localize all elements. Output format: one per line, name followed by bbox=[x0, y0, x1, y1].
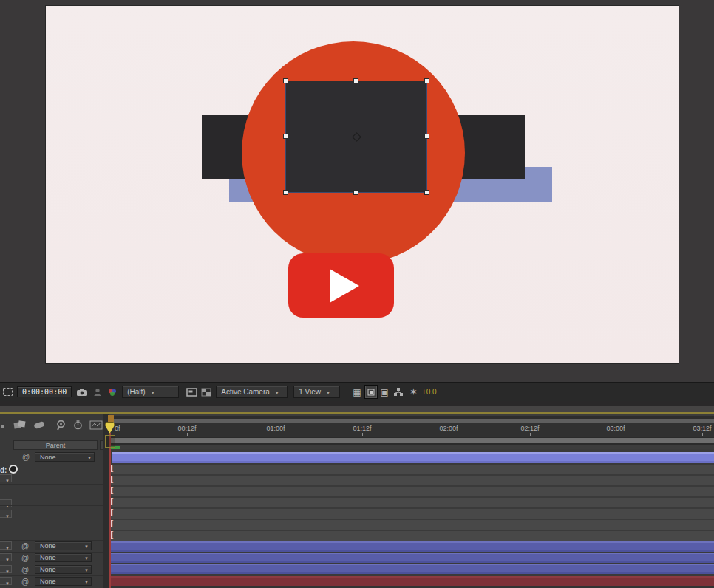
pick-whip-icon[interactable] bbox=[21, 542, 29, 550]
roi-icon[interactable] bbox=[2, 386, 13, 398]
layer1-parent-dropdown[interactable]: None bbox=[35, 452, 95, 462]
timeline-track-area: 0f 00:12f 01:00f 01:12f 02:00f 02:12f 03… bbox=[109, 414, 714, 588]
selection-handle[interactable] bbox=[424, 134, 429, 139]
layer-bar-red[interactable] bbox=[111, 576, 714, 586]
ruler-tick-label: 0f bbox=[115, 425, 120, 432]
property-row[interactable] bbox=[109, 465, 714, 474]
timeline-toggle-buttons bbox=[0, 417, 103, 433]
selected-rectangle-layer[interactable] bbox=[285, 81, 427, 193]
ruler-tick-label: 01:12f bbox=[353, 425, 371, 432]
selection-handle[interactable] bbox=[283, 78, 288, 83]
motion-blur-icon[interactable] bbox=[33, 420, 45, 430]
youtube-play-button[interactable] bbox=[288, 253, 394, 318]
parent-dropdown[interactable]: None bbox=[35, 565, 92, 574]
graph-editor-icon[interactable] bbox=[89, 420, 103, 430]
composition-canvas bbox=[46, 6, 679, 363]
row-separator bbox=[0, 552, 109, 553]
chevron-down-icon bbox=[275, 388, 279, 396]
timecode-display[interactable]: 0:00:00:00 bbox=[17, 386, 72, 397]
chevron-down-icon bbox=[151, 388, 155, 396]
pick-whip-icon[interactable] bbox=[21, 566, 29, 574]
chevron-down-icon bbox=[5, 472, 10, 485]
cropped-dropdown[interactable] bbox=[0, 577, 12, 585]
layer-bar[interactable] bbox=[111, 564, 714, 574]
resolution-dropdown[interactable]: (Half) bbox=[122, 386, 179, 398]
exposure-icon[interactable]: ✶ bbox=[409, 386, 418, 398]
layer-bar[interactable] bbox=[111, 541, 714, 552]
view-layout-dropdown[interactable]: 1 View bbox=[293, 386, 340, 398]
cropped-dropdown[interactable] bbox=[0, 510, 12, 518]
layer1-parent-value: None bbox=[40, 454, 56, 461]
work-area-handle[interactable] bbox=[109, 438, 714, 443]
channels-icon[interactable] bbox=[107, 386, 118, 398]
selection-handle[interactable] bbox=[424, 78, 429, 83]
pick-whip-icon[interactable] bbox=[21, 554, 29, 562]
parent-dropdown[interactable]: None bbox=[35, 541, 92, 550]
navigator-playhead-nub[interactable] bbox=[108, 415, 114, 422]
pixel-aspect-icon[interactable] bbox=[393, 386, 404, 398]
timeline-left-column: Parent None d: None bbox=[0, 414, 109, 588]
auto-keyframe-icon[interactable] bbox=[73, 420, 83, 430]
live-update-icon[interactable] bbox=[55, 420, 67, 431]
property-row[interactable] bbox=[109, 520, 714, 530]
current-time-indicator-line[interactable] bbox=[109, 433, 111, 588]
transparency-grid-icon[interactable] bbox=[201, 386, 211, 398]
row-separator bbox=[0, 587, 109, 587]
exposure-value[interactable]: +0.0 bbox=[422, 388, 437, 396]
ruler-tick-mark bbox=[187, 433, 188, 436]
parent-value: None bbox=[40, 566, 56, 573]
view-layout-value: 1 View bbox=[299, 388, 321, 396]
chevron-down-icon bbox=[84, 542, 89, 550]
property-row[interactable] bbox=[109, 498, 714, 507]
cropped-dropdown[interactable] bbox=[0, 565, 12, 573]
property-row[interactable] bbox=[109, 509, 714, 519]
selection-handle[interactable] bbox=[353, 78, 358, 83]
chevron-down-icon bbox=[5, 575, 10, 588]
frame-blending-icon[interactable] bbox=[13, 420, 27, 430]
ruler-tick-mark bbox=[702, 433, 703, 436]
parent-dropdown[interactable]: None bbox=[35, 553, 92, 562]
parent-column-header[interactable]: Parent bbox=[13, 440, 98, 450]
timeline-panel: Parent None d: None bbox=[0, 412, 714, 588]
resolution-value: (Half) bbox=[127, 388, 145, 396]
mask-visibility-icon[interactable]: ▣ bbox=[381, 386, 389, 398]
camera-view-value: Active Camera bbox=[221, 388, 270, 396]
layer-bar[interactable] bbox=[111, 553, 714, 563]
snapshot-camera-icon[interactable] bbox=[76, 386, 88, 398]
row-separator bbox=[0, 484, 109, 485]
ruler-tick-mark bbox=[362, 433, 363, 436]
pick-whip-icon[interactable] bbox=[22, 453, 30, 461]
row-separator bbox=[0, 575, 109, 576]
work-area-bar[interactable] bbox=[109, 437, 714, 445]
parent-dropdown[interactable]: None bbox=[35, 577, 92, 586]
show-snapshot-icon[interactable] bbox=[93, 386, 102, 398]
flowchart-icon[interactable] bbox=[1, 420, 7, 430]
property-row[interactable] bbox=[109, 487, 714, 496]
work-area-start-handle[interactable] bbox=[105, 435, 115, 448]
timeline-navigator[interactable] bbox=[109, 416, 714, 423]
layer-bar[interactable] bbox=[112, 452, 714, 463]
parent-value: None bbox=[40, 554, 56, 561]
cropped-dropdown[interactable] bbox=[0, 474, 12, 482]
ruler-tick-mark bbox=[276, 433, 276, 436]
anchor-point-icon[interactable] bbox=[352, 132, 361, 142]
property-row[interactable] bbox=[109, 531, 714, 541]
time-ruler[interactable]: 0f 00:12f 01:00f 01:12f 02:00f 02:12f 03… bbox=[109, 423, 714, 437]
selection-handle[interactable] bbox=[283, 190, 288, 195]
pick-whip-icon[interactable] bbox=[21, 578, 29, 586]
selection-handle[interactable] bbox=[283, 134, 288, 139]
selection-handle[interactable] bbox=[424, 190, 429, 195]
property-row[interactable] bbox=[109, 476, 714, 485]
cropped-dropdown[interactable] bbox=[0, 553, 12, 561]
selection-handle[interactable] bbox=[353, 190, 358, 195]
chevron-down-icon bbox=[87, 454, 92, 461]
grid-guides-icon[interactable]: ▦ bbox=[353, 386, 361, 398]
ruler-tick-mark bbox=[530, 433, 531, 436]
camera-view-dropdown[interactable]: Active Camera bbox=[216, 386, 288, 398]
cropped-dropdown[interactable] bbox=[0, 499, 12, 507]
chevron-down-icon bbox=[84, 566, 89, 573]
cropped-dropdown[interactable] bbox=[0, 541, 12, 550]
region-icon[interactable] bbox=[186, 386, 197, 398]
add-keyframe-icon[interactable] bbox=[9, 465, 18, 474]
view-options-icon[interactable] bbox=[364, 385, 378, 399]
